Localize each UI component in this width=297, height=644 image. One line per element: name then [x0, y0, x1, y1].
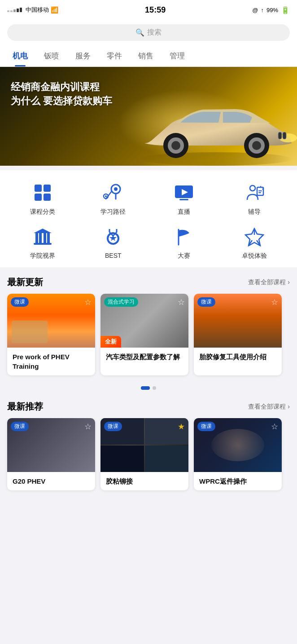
- rec-card-star-3[interactable]: ☆: [271, 422, 278, 432]
- tutor-icon: [243, 181, 266, 204]
- new-badge-2: 全新: [100, 336, 121, 348]
- svg-rect-11: [44, 185, 51, 192]
- bottom-spacer: [0, 498, 297, 507]
- quick-label-learning-path: 学习路径: [100, 208, 126, 216]
- card-thumb-1: 微课 ☆: [7, 294, 95, 348]
- svg-point-21: [250, 185, 255, 191]
- search-bar[interactable]: 🔍 搜索: [7, 24, 290, 41]
- rec-course-card-2[interactable]: 微课 ★ 胶粘铆接: [100, 418, 188, 490]
- recommended-title: 最新推荐: [7, 401, 43, 413]
- svg-point-6: [252, 141, 261, 150]
- search-placeholder: 搜索: [147, 28, 162, 37]
- card-body-3: 胎胶修复工具使用介绍: [194, 348, 282, 366]
- dot-2[interactable]: [153, 386, 156, 390]
- play-icon: [172, 181, 196, 204]
- svg-rect-12: [35, 194, 42, 201]
- card-title-2: 汽车类型及配置参数了解: [106, 352, 183, 362]
- banner-car-image: [131, 85, 297, 166]
- latest-cards-row: 微课 ☆ Pre work of PHEV Training 混合式学习 ☆ 全…: [0, 294, 297, 383]
- rec-card-thumb-1: 微课 ☆: [7, 418, 95, 472]
- rec-card-thumb-3: 微课 ☆: [194, 418, 282, 472]
- card-thumb-3: 微课 ☆: [194, 294, 282, 348]
- tab-bapen[interactable]: 钣喷: [36, 45, 67, 66]
- rec-course-card-1[interactable]: 微课 ☆ G20 PHEV: [7, 418, 95, 490]
- recommended-link[interactable]: 查看全部课程 ›: [248, 403, 290, 411]
- svg-rect-25: [39, 233, 42, 243]
- latest-course-card-1[interactable]: 微课 ☆ Pre work of PHEV Training: [7, 294, 95, 375]
- latest-link[interactable]: 查看全部课程 ›: [248, 278, 290, 287]
- banner-title: 经销商金融内训课程: [11, 80, 112, 94]
- quick-item-premium[interactable]: 卓悦体验: [219, 225, 290, 260]
- rec-card-tag-3: 微课: [197, 422, 215, 431]
- map-icon: [101, 181, 125, 204]
- svg-point-3: [171, 141, 180, 150]
- flag-icon: [172, 225, 196, 248]
- battery-icon: 🔋: [281, 6, 290, 14]
- quick-label-best: BEST: [105, 252, 122, 259]
- card-star-2[interactable]: ☆: [178, 297, 185, 307]
- svg-rect-9: [283, 132, 286, 139]
- bank-icon: [31, 225, 54, 248]
- tab-jiandian[interactable]: 机电: [4, 45, 36, 66]
- latest-section-header: 最新更新 查看全部课程 ›: [0, 267, 297, 294]
- quick-item-course-category[interactable]: 课程分类: [7, 181, 78, 216]
- wifi-icon: 📶: [51, 6, 58, 13]
- quick-item-competition[interactable]: 大赛: [148, 225, 219, 260]
- quick-label-premium: 卓悦体验: [242, 252, 267, 260]
- grid-icon: [31, 181, 54, 204]
- rec-course-card-3[interactable]: 微课 ☆ WPRC返件操作: [194, 418, 282, 490]
- svg-rect-10: [35, 185, 42, 192]
- signal-icon: [7, 8, 22, 12]
- search-icon: 🔍: [135, 28, 144, 37]
- latest-course-card-3[interactable]: 微课 ☆ 胎胶修复工具使用介绍: [194, 294, 282, 375]
- latest-title: 最新更新: [7, 276, 43, 288]
- rec-card-title-3: WPRC返件操作: [199, 476, 276, 486]
- recommended-cards-row: 微课 ☆ G20 PHEV 微课 ★ 胶粘铆接 微课: [0, 418, 297, 498]
- svg-point-15: [114, 187, 118, 191]
- svg-rect-13: [44, 194, 51, 201]
- tab-fuwu[interactable]: 服务: [67, 45, 99, 66]
- quick-item-live[interactable]: 直播: [148, 181, 219, 216]
- dot-1[interactable]: [141, 386, 150, 390]
- svg-rect-20: [179, 199, 188, 200]
- svg-point-0: [140, 152, 293, 166]
- svg-rect-26: [44, 233, 46, 243]
- banner[interactable]: 经销商金融内训课程 为什么 要选择贷款购车: [0, 67, 297, 166]
- battery-label: 99%: [266, 7, 278, 13]
- card-thumb-2: 混合式学习 ☆ 全新: [100, 294, 188, 348]
- rec-card-body-2: 胶粘铆接: [100, 472, 188, 490]
- status-right: @ ↑ 99% 🔋: [252, 6, 290, 14]
- card-body-1: Pre work of PHEV Training: [7, 348, 95, 375]
- rec-card-star-2[interactable]: ★: [178, 422, 185, 432]
- svg-rect-8: [278, 132, 282, 139]
- star-icon: [243, 225, 266, 248]
- latest-course-card-2[interactable]: 混合式学习 ☆ 全新 汽车类型及配置参数了解: [100, 294, 188, 375]
- quick-item-tutoring[interactable]: 辅导: [219, 181, 290, 216]
- tab-xiaoshou[interactable]: 销售: [130, 45, 162, 66]
- banner-subtitle: 为什么 要选择贷款购车: [11, 94, 112, 108]
- status-bar: 中国移动 📶 15:59 @ ↑ 99% 🔋: [0, 0, 297, 20]
- quick-item-learning-path[interactable]: 学习路径: [78, 181, 149, 216]
- tab-guanli[interactable]: 管理: [162, 45, 193, 66]
- card-tag-2: 混合式学习: [104, 297, 138, 307]
- quick-label-tutoring: 辅导: [248, 208, 261, 216]
- svg-rect-24: [35, 233, 38, 243]
- quick-item-academy[interactable]: 学院视界: [7, 225, 78, 260]
- card-title-3: 胎胶修复工具使用介绍: [199, 352, 276, 362]
- location-icon: @: [252, 7, 258, 13]
- medal-icon: [101, 225, 125, 248]
- svg-point-17: [105, 195, 107, 197]
- time-label: 15:59: [145, 5, 166, 15]
- svg-rect-27: [47, 233, 50, 243]
- rec-card-star-1[interactable]: ☆: [84, 422, 92, 432]
- quick-item-best[interactable]: BEST: [78, 225, 149, 260]
- carousel-dots: [0, 383, 297, 392]
- rec-card-tag-2: 微课: [104, 422, 122, 431]
- card-star-3[interactable]: ☆: [271, 297, 278, 307]
- rec-card-thumb-2: 微课 ★: [100, 418, 188, 472]
- banner-text: 经销商金融内训课程 为什么 要选择贷款购车: [11, 80, 112, 108]
- quick-label-live: 直播: [178, 208, 190, 216]
- tab-lingjian[interactable]: 零件: [99, 45, 130, 66]
- status-left: 中国移动 📶: [7, 6, 58, 14]
- card-star-1[interactable]: ☆: [84, 297, 92, 307]
